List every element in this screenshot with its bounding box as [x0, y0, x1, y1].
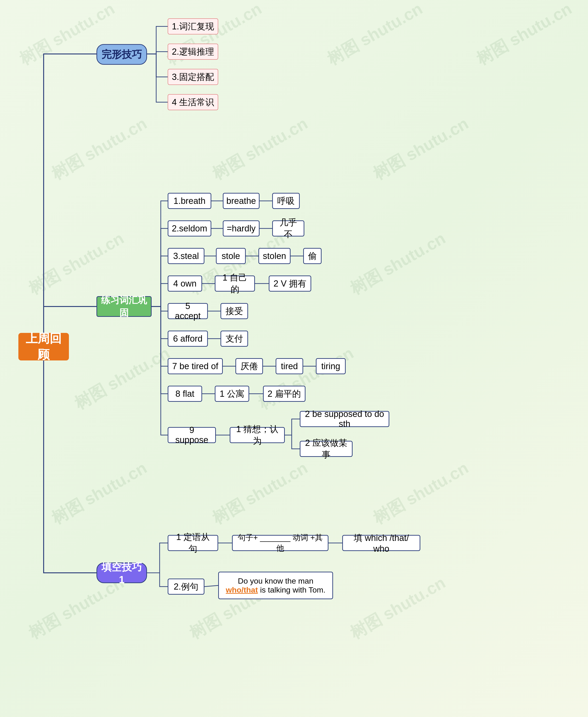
item-flat: 8 flat	[168, 386, 202, 402]
item-jieshou-label: 接受	[226, 305, 243, 317]
wanxing-label: 完形技巧	[102, 48, 142, 61]
item-tiring: tiring	[316, 358, 346, 374]
item-jihu-label: 几乎不	[276, 217, 300, 240]
item-fill-which: 填 which /that/ who	[342, 535, 420, 551]
item-gongyv: 1 公寓	[215, 386, 249, 402]
item-bianpingde: 2 扁平的	[263, 386, 306, 402]
item-flat-label: 8 flat	[175, 389, 194, 399]
item-jihu: 几乎不	[272, 220, 304, 237]
item-youngyou: 2 V 拥有	[269, 276, 311, 291]
item-afford-label: 6 afford	[173, 334, 202, 344]
item-bianpingde-label: 2 扁平的	[268, 388, 301, 400]
item-example-sentence-label: Do you know the man who/that is talking …	[223, 577, 329, 594]
svg-line-19	[205, 585, 218, 587]
root-label: 上周回顾	[22, 331, 65, 363]
item-stole: stole	[216, 248, 246, 264]
item-be-tired-of-label: 7 be tired of	[172, 361, 218, 371]
item-seldom: 2.seldom	[168, 220, 211, 237]
item-example-sentence: Do you know the man who/that is talking …	[218, 572, 333, 599]
item-tou-label: 偷	[308, 250, 317, 262]
item-zhifu-label: 支付	[226, 333, 243, 345]
item-tou: 偷	[303, 248, 321, 264]
item-liju-label: 2.例句	[174, 581, 198, 592]
item-breathe-label: breathe	[227, 196, 256, 206]
item-yanjuan-label: 厌倦	[240, 361, 258, 372]
item-youngyou-label: 2 V 拥有	[274, 278, 307, 289]
item-supposed-to: 2 be supposed to do sth	[300, 411, 389, 427]
item-stolen: stolen	[258, 248, 291, 264]
item-stole-label: stole	[222, 251, 240, 261]
tiankong-node: 填空技巧1	[97, 563, 147, 583]
item-accept: 5 accept	[168, 303, 208, 319]
item-juzi-structure-label: 句子+ _______ 动词 +其他	[236, 533, 324, 553]
item-juzi-structure: 句子+ _______ 动词 +其他	[232, 535, 329, 551]
item-caice: 1 猜想；认为	[230, 427, 285, 443]
wanxing-child-1: 1.词汇复现	[168, 18, 218, 35]
item-tiring-label: tiring	[321, 361, 340, 371]
item-yanjuan: 厌倦	[235, 358, 263, 374]
item-ziji-label: 1 自己的	[219, 272, 251, 295]
root-node: 上周回顾	[18, 333, 69, 361]
wanxing-child-3-label: 3.固定搭配	[172, 71, 214, 83]
item-steal: 3.steal	[168, 248, 205, 264]
item-stolen-label: stolen	[263, 251, 286, 261]
item-be-tired-of: 7 be tired of	[168, 358, 223, 374]
tiankong-label: 填空技巧1	[101, 560, 143, 585]
item-suppose: 9 suppose	[168, 427, 216, 443]
item-hardly-label: =hardly	[227, 224, 256, 234]
item-fill-which-label: 填 which /that/ who	[346, 532, 416, 554]
item-liju: 2.例句	[168, 579, 205, 595]
wanxing-child-2-label: 2.逻辑推理	[172, 46, 214, 58]
item-steal-label: 3.steal	[173, 251, 199, 261]
item-own-label: 4 own	[173, 279, 196, 288]
item-own: 4 own	[168, 276, 202, 291]
wanxing-child-3: 3.固定搭配	[168, 69, 218, 85]
item-tired: tired	[276, 358, 303, 374]
wanxing-child-4-label: 4 生活常识	[172, 96, 214, 108]
lianxi-label: 练习词汇巩固	[101, 294, 147, 319]
item-afford: 6 afford	[168, 331, 208, 347]
item-breathe: breathe	[223, 193, 259, 209]
item-ziji: 1 自己的	[215, 276, 255, 291]
item-tired-label: tired	[281, 361, 298, 371]
item-zhifu: 支付	[220, 331, 248, 347]
item-breath-label: 1.breath	[173, 196, 205, 206]
wanxing-child-4: 4 生活常识	[168, 94, 218, 110]
item-yinggai: 2 应该做某事	[300, 441, 353, 457]
item-accept-label: 5 accept	[172, 301, 204, 321]
lianxi-node: 练习词汇巩固	[97, 296, 152, 317]
item-seldom-label: 2.seldom	[172, 224, 207, 234]
item-suppose-label: 9 suppose	[172, 425, 212, 445]
wanxing-child-1-label: 1.词汇复现	[172, 21, 214, 32]
item-gongyv-label: 1 公寓	[219, 388, 245, 400]
wanxing-child-2: 2.逻辑推理	[168, 44, 218, 60]
item-dingyu-label: 1 定语从句	[172, 531, 214, 555]
item-caice-label: 1 猜想；认为	[234, 423, 280, 447]
item-dingyu: 1 定语从句	[168, 535, 218, 551]
item-hardly: =hardly	[223, 220, 259, 237]
item-breath: 1.breath	[168, 193, 211, 209]
item-jieshou: 接受	[220, 303, 248, 319]
item-huxi-label: 呼吸	[277, 195, 295, 207]
wanxing-node: 完形技巧	[97, 44, 147, 65]
mind-map: 树图 shutu.cn 树图 shutu.cn 树图 shutu.cn 树图 s…	[0, 0, 588, 717]
item-supposed-to-label: 2 be supposed to do sth	[304, 409, 385, 429]
item-yinggai-label: 2 应该做某事	[304, 437, 348, 460]
item-huxi: 呼吸	[272, 193, 300, 209]
